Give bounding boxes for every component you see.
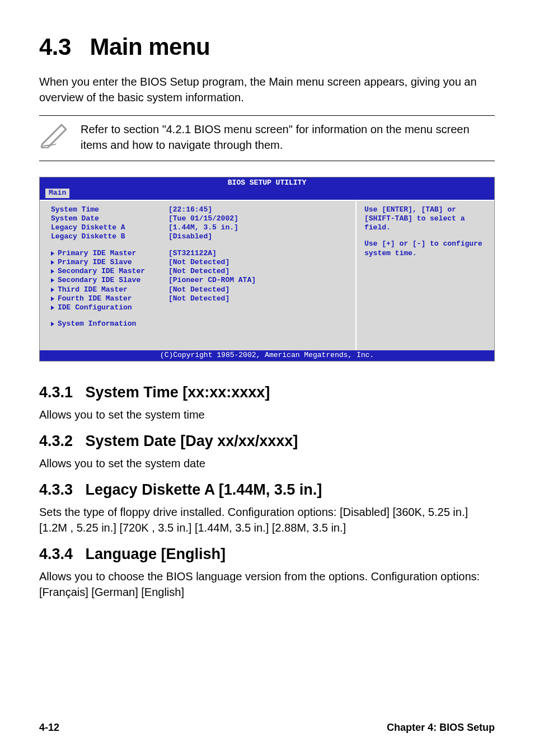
bios-value: [168, 320, 344, 328]
bios-value: [22:16:45]: [168, 205, 344, 214]
bios-row-diskette-a[interactable]: Legacy Diskette A [1.44M, 3.5 in.]: [51, 223, 344, 232]
section-heading-431: 4.3.1 System Time [xx:xx:xxxx]: [39, 384, 495, 401]
chapter-label: Chapter 4: BIOS Setup: [387, 722, 495, 734]
section-title: System Date [Day xx/xx/xxxx]: [86, 433, 298, 449]
chevron-right-icon: [51, 278, 54, 283]
bios-label-text: Fourth IDE Master: [58, 294, 132, 303]
bios-tabbar: Main: [40, 187, 494, 199]
bios-row-diskette-b[interactable]: Legacy Diskette B [Disabled]: [51, 232, 344, 241]
bios-value: [Pioneer CD-ROM ATA]: [168, 276, 344, 285]
section-body-434: Allows you to choose the BIOS language v…: [39, 569, 495, 600]
bios-tab-main[interactable]: Main: [45, 189, 69, 198]
bios-label-text: IDE Configuration: [58, 303, 132, 312]
page-footer: 4-12 Chapter 4: BIOS Setup: [39, 722, 495, 734]
section-title: Legacy Diskette A [1.44M, 3.5 in.]: [86, 481, 322, 498]
bios-help-pane: Use [ENTER], [TAB] or [SHIFT-TAB] to sel…: [355, 201, 494, 350]
section-body-433: Sets the type of floppy drive installed.…: [39, 504, 495, 536]
bios-label: Fourth IDE Master: [51, 294, 168, 303]
note-box: Refer to section "4.2.1 BIOS menu screen…: [39, 116, 495, 161]
bios-label-text: Third IDE Master: [58, 285, 128, 294]
bios-row-secondary-slave[interactable]: Secondary IDE Slave [Pioneer CD-ROM ATA]: [51, 276, 344, 285]
heading-number: 4.3: [39, 34, 71, 60]
bios-label: Primary IDE Master: [51, 249, 168, 258]
bios-label-text: Primary IDE Slave: [58, 258, 132, 267]
bios-window: BIOS SETUP UTILITY Main System Time [22:…: [39, 177, 495, 361]
bios-row-system-date[interactable]: System Date [Tue 01/15/2002]: [51, 214, 344, 223]
bios-left-pane: System Time [22:16:45] System Date [Tue …: [40, 201, 355, 350]
section-heading-432: 4.3.2 System Date [Day xx/xx/xxxx]: [39, 433, 495, 450]
bios-row-system-time[interactable]: System Time [22:16:45]: [51, 205, 344, 214]
chevron-right-icon: [51, 260, 54, 265]
bios-label-text: Primary IDE Master: [58, 249, 136, 258]
bios-value: [Not Detected]: [168, 294, 344, 303]
section-num: 4.3.4: [39, 546, 73, 562]
bios-value: [Disabled]: [168, 232, 344, 241]
bios-value: [168, 303, 344, 312]
bios-label: System Time: [51, 205, 168, 214]
bios-label-text: Secondary IDE Slave: [58, 276, 140, 285]
section-num: 4.3.2: [39, 433, 73, 449]
chevron-right-icon: [51, 288, 54, 292]
bios-row-fourth-master[interactable]: Fourth IDE Master [Not Detected]: [51, 294, 344, 303]
section-body-432: Allows you to set the system date: [39, 456, 495, 471]
heading-title: Main menu: [90, 34, 210, 60]
section-title: System Time [xx:xx:xxxx]: [86, 384, 270, 401]
spacer: [51, 242, 344, 249]
bios-help-text-2: Use [+] or [-] to configure system time.: [364, 240, 486, 258]
section-title: Language [English]: [86, 546, 226, 562]
bios-row-secondary-master[interactable]: Secondary IDE Master [Not Detected]: [51, 267, 344, 276]
chevron-right-icon: [51, 322, 54, 326]
page-number: 4-12: [39, 722, 59, 734]
page-heading: 4.3 Main menu: [39, 34, 495, 60]
bios-label-text: Secondary IDE Master: [58, 267, 145, 276]
bios-label: System Information: [51, 320, 168, 328]
section-heading-434: 4.3.4 Language [English]: [39, 546, 495, 563]
bios-label: Secondary IDE Slave: [51, 276, 168, 285]
chevron-right-icon: [51, 297, 54, 301]
note-text: Refer to section "4.2.1 BIOS menu screen…: [81, 121, 495, 153]
intro-paragraph: When you enter the BIOS Setup program, t…: [39, 74, 495, 105]
pencil-note-icon: [39, 121, 71, 148]
chevron-right-icon: [51, 269, 54, 274]
bios-value: [Not Detected]: [168, 267, 344, 276]
bios-label: System Date: [51, 214, 168, 223]
bios-value: [1.44M, 3.5 in.]: [168, 223, 344, 232]
spacer: [364, 232, 486, 240]
bios-help-text-1: Use [ENTER], [TAB] or [SHIFT-TAB] to sel…: [364, 205, 486, 233]
chevron-right-icon: [51, 251, 54, 256]
section-num: 4.3.1: [39, 384, 73, 401]
bios-row-primary-slave[interactable]: Primary IDE Slave [Not Detected]: [51, 258, 344, 267]
bios-value: [Tue 01/15/2002]: [168, 214, 344, 223]
bios-label: Legacy Diskette A: [51, 223, 168, 232]
bios-value: [Not Detected]: [168, 285, 344, 294]
bios-label: Legacy Diskette B: [51, 232, 168, 241]
chevron-right-icon: [51, 306, 54, 310]
bios-row-ide-config[interactable]: IDE Configuration: [51, 303, 344, 312]
bios-body: System Time [22:16:45] System Date [Tue …: [40, 200, 494, 350]
bios-title: BIOS SETUP UTILITY: [40, 177, 494, 187]
bios-label: IDE Configuration: [51, 303, 168, 312]
bios-label: Primary IDE Slave: [51, 258, 168, 267]
bios-label: Secondary IDE Master: [51, 267, 168, 276]
bios-label-text: System Information: [58, 320, 136, 328]
bios-row-third-master[interactable]: Third IDE Master [Not Detected]: [51, 285, 344, 294]
bios-value: [ST321122A]: [168, 249, 344, 258]
section-num: 4.3.3: [39, 481, 73, 498]
bios-value: [Not Detected]: [168, 258, 344, 267]
section-heading-433: 4.3.3 Legacy Diskette A [1.44M, 3.5 in.]: [39, 481, 495, 499]
bios-copyright: (C)Copyright 1985-2002, American Megatre…: [40, 350, 494, 361]
section-body-431: Allows you to set the system time: [39, 407, 495, 422]
spacer: [51, 312, 344, 320]
bios-row-primary-master[interactable]: Primary IDE Master [ST321122A]: [51, 249, 344, 258]
bios-label: Third IDE Master: [51, 285, 168, 294]
bios-row-system-info[interactable]: System Information: [51, 320, 344, 328]
